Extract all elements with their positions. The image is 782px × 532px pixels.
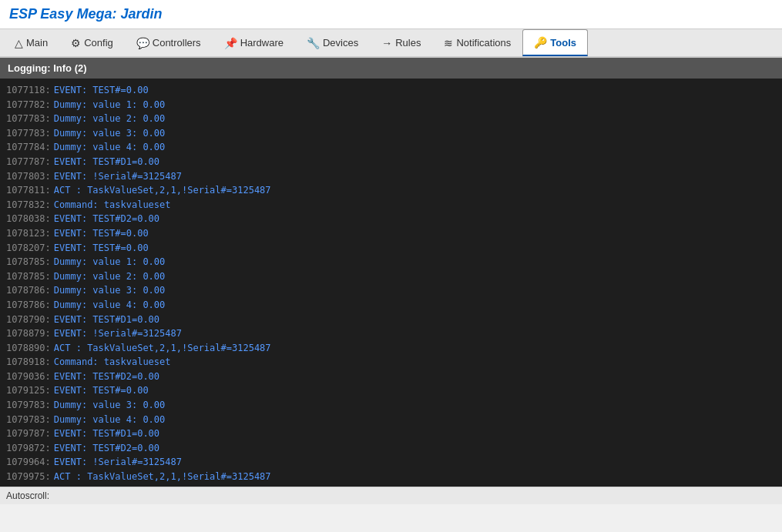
nav-label-main: Main bbox=[26, 37, 48, 49]
log-line: 1077811:ACT : TaskValueSet,2,1,!Serial#=… bbox=[6, 183, 776, 198]
log-message: ACT : TaskValueSet,2,1,!Serial#=3125487 bbox=[54, 470, 271, 484]
log-message: Dummy: value 4: 0.00 bbox=[54, 298, 166, 313]
log-message: EVENT: TEST#=0.00 bbox=[54, 83, 149, 98]
log-line: 1077784:Dummy: value 4: 0.00 bbox=[6, 140, 776, 155]
log-timestamp: 1079996: bbox=[6, 484, 51, 487]
log-line: 1078207:EVENT: TEST#=0.00 bbox=[6, 241, 776, 256]
log-timestamp: 1078890: bbox=[6, 341, 51, 356]
log-timestamp: 1077118: bbox=[6, 83, 51, 98]
log-timestamp: 1079783: bbox=[6, 398, 51, 413]
logging-header: Logging: Info (2) bbox=[0, 58, 782, 79]
tools-icon: 🔑 bbox=[534, 36, 547, 49]
log-timestamp: 1077832: bbox=[6, 198, 51, 212]
log-timestamp: 1078786: bbox=[6, 298, 51, 313]
log-message: EVENT: TEST#D1=0.00 bbox=[54, 155, 159, 169]
log-message: Dummy: value 1: 0.00 bbox=[54, 255, 166, 269]
log-message: EVENT: !Serial#=3125487 bbox=[54, 455, 182, 470]
nav-item-hardware[interactable]: 📌Hardware bbox=[213, 30, 295, 56]
log-line: 1077782:Dummy: value 1: 0.00 bbox=[6, 98, 776, 112]
log-message: EVENT: TEST#D1=0.00 bbox=[54, 427, 159, 441]
log-line: 1079872:EVENT: TEST#D2=0.00 bbox=[6, 441, 776, 456]
controllers-icon: 💬 bbox=[136, 37, 149, 49]
log-message: Dummy: value 3: 0.00 bbox=[54, 126, 166, 141]
log-area[interactable]: 1077118:EVENT: TEST#=0.001077782:Dummy: … bbox=[0, 79, 782, 487]
log-line: 1079787:EVENT: TEST#D1=0.00 bbox=[6, 427, 776, 441]
log-line: 1079125:EVENT: TEST#=0.00 bbox=[6, 383, 776, 398]
log-message: ACT : TaskValueSet,2,1,!Serial#=3125487 bbox=[54, 183, 271, 198]
nav-label-controllers: Controllers bbox=[153, 37, 201, 49]
log-line: 1079964:EVENT: !Serial#=3125487 bbox=[6, 455, 776, 470]
devices-icon: 🔧 bbox=[307, 37, 320, 49]
log-timestamp: 1079872: bbox=[6, 441, 51, 456]
log-timestamp: 1079975: bbox=[6, 470, 51, 484]
log-line: 1077118:EVENT: TEST#=0.00 bbox=[6, 83, 776, 98]
nav-label-tools: Tools bbox=[550, 37, 576, 49]
log-timestamp: 1079964: bbox=[6, 455, 51, 470]
log-message: EVENT: TEST#D2=0.00 bbox=[54, 441, 159, 456]
log-timestamp: 1078038: bbox=[6, 212, 51, 226]
nav-item-rules[interactable]: →Rules bbox=[370, 30, 432, 56]
log-timestamp: 1079036: bbox=[6, 370, 51, 384]
log-line: 1077783:Dummy: value 3: 0.00 bbox=[6, 126, 776, 141]
log-timestamp: 1077783: bbox=[6, 126, 51, 141]
log-message: Dummy: value 2: 0.00 bbox=[54, 269, 166, 284]
log-timestamp: 1078207: bbox=[6, 241, 51, 256]
log-message: Dummy: value 3: 0.00 bbox=[54, 283, 166, 298]
main-nav: △Main⚙Config💬Controllers📌Hardware🔧Device… bbox=[0, 29, 782, 58]
log-line: 1078785:Dummy: value 2: 0.00 bbox=[6, 269, 776, 284]
log-line: 1078786:Dummy: value 3: 0.00 bbox=[6, 283, 776, 298]
hardware-icon: 📌 bbox=[224, 37, 237, 49]
log-timestamp: 1078790: bbox=[6, 313, 51, 327]
nav-label-config: Config bbox=[84, 37, 113, 49]
log-line: 1077832:Command: taskvalueset bbox=[6, 198, 776, 212]
autoscroll-bar: Autoscroll: bbox=[0, 487, 782, 504]
log-line: 1079783:Dummy: value 3: 0.00 bbox=[6, 398, 776, 413]
log-timestamp: 1079783: bbox=[6, 413, 51, 427]
nav-item-devices[interactable]: 🔧Devices bbox=[295, 30, 370, 56]
log-line: 1078790:EVENT: TEST#D1=0.00 bbox=[6, 313, 776, 327]
log-message: Command: taskvalueset bbox=[54, 484, 171, 487]
log-line: 1079975:ACT : TaskValueSet,2,1,!Serial#=… bbox=[6, 470, 776, 484]
log-line: 1077783:Dummy: value 2: 0.00 bbox=[6, 112, 776, 126]
config-icon: ⚙ bbox=[71, 37, 81, 49]
nav-item-controllers[interactable]: 💬Controllers bbox=[125, 30, 213, 56]
log-timestamp: 1079787: bbox=[6, 427, 51, 441]
log-timestamp: 1078123: bbox=[6, 226, 51, 241]
log-timestamp: 1077811: bbox=[6, 183, 51, 198]
log-message: EVENT: TEST#D2=0.00 bbox=[54, 370, 159, 384]
log-line: 1078038:EVENT: TEST#D2=0.00 bbox=[6, 212, 776, 226]
log-line: 1078918:Command: taskvalueset bbox=[6, 355, 776, 370]
log-timestamp: 1079125: bbox=[6, 383, 51, 398]
log-timestamp: 1078918: bbox=[6, 355, 51, 370]
log-message: EVENT: !Serial#=3125487 bbox=[54, 169, 182, 184]
log-message: EVENT: TEST#=0.00 bbox=[54, 226, 149, 241]
log-line: 1079036:EVENT: TEST#D2=0.00 bbox=[6, 370, 776, 384]
log-line: 1077803:EVENT: !Serial#=3125487 bbox=[6, 169, 776, 184]
log-timestamp: 1077803: bbox=[6, 169, 51, 184]
main-icon: △ bbox=[15, 37, 23, 49]
log-message: EVENT: TEST#=0.00 bbox=[54, 383, 149, 398]
log-line: 1078890:ACT : TaskValueSet,2,1,!Serial#=… bbox=[6, 341, 776, 356]
nav-item-tools[interactable]: 🔑Tools bbox=[522, 29, 588, 56]
log-message: Dummy: value 1: 0.00 bbox=[54, 98, 166, 112]
nav-label-hardware: Hardware bbox=[240, 37, 284, 49]
log-message: EVENT: !Serial#=3125487 bbox=[54, 326, 182, 341]
log-line: 1079783:Dummy: value 4: 0.00 bbox=[6, 413, 776, 427]
page-header: ESP Easy Mega: Jardin bbox=[0, 0, 782, 29]
log-message: Command: taskvalueset bbox=[54, 355, 171, 370]
log-message: Command: taskvalueset bbox=[54, 198, 171, 212]
log-message: Dummy: value 4: 0.00 bbox=[54, 140, 166, 155]
nav-item-main[interactable]: △Main bbox=[3, 30, 59, 56]
nav-label-devices: Devices bbox=[323, 37, 358, 49]
log-line: 1078879:EVENT: !Serial#=3125487 bbox=[6, 326, 776, 341]
nav-item-notifications[interactable]: ≋Notifications bbox=[432, 30, 522, 56]
log-timestamp: 1078785: bbox=[6, 255, 51, 269]
log-line: 1077787:EVENT: TEST#D1=0.00 bbox=[6, 155, 776, 169]
log-timestamp: 1077783: bbox=[6, 112, 51, 126]
log-message: Dummy: value 2: 0.00 bbox=[54, 112, 166, 126]
log-message: ACT : TaskValueSet,2,1,!Serial#=3125487 bbox=[54, 341, 271, 356]
rules-icon: → bbox=[381, 37, 392, 49]
log-line: 1078785:Dummy: value 1: 0.00 bbox=[6, 255, 776, 269]
nav-item-config[interactable]: ⚙Config bbox=[59, 30, 125, 56]
log-timestamp: 1078785: bbox=[6, 269, 51, 284]
